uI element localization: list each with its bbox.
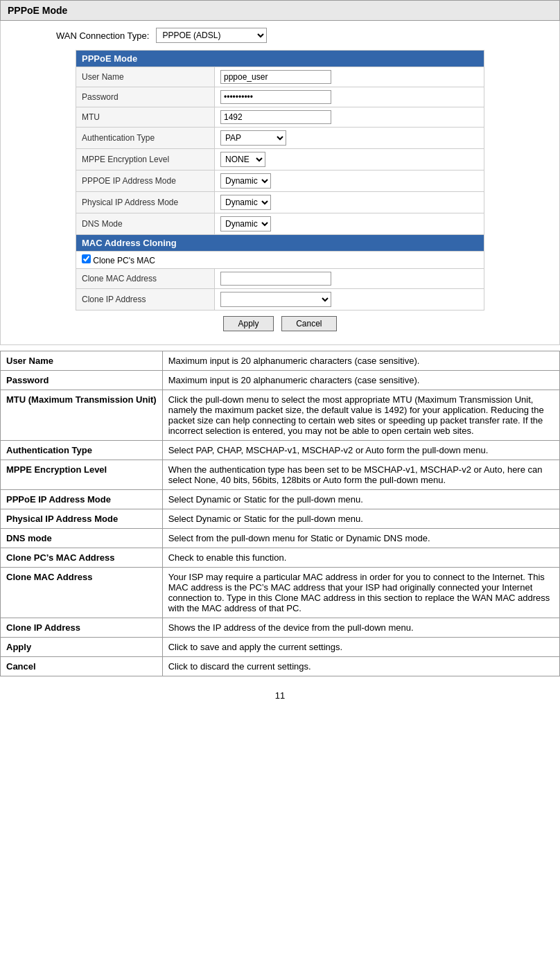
info-desc: Select Dynamic or Static for the pull-do… — [162, 490, 559, 509]
info-term: MPPE Encryption Level — [1, 460, 163, 490]
clone-ip-select[interactable] — [220, 292, 331, 307]
wan-connection-row: WAN Connection Type: PPPOE (ADSL) — [15, 28, 545, 43]
info-table: User NameMaximum input is 20 alphanumeri… — [0, 351, 560, 676]
info-term: Apply — [1, 638, 163, 657]
info-term: Password — [1, 371, 163, 390]
button-row: Apply Cancel — [15, 311, 545, 334]
mppe-select[interactable]: NONE 40 bits 56bits 128bits Auto — [220, 152, 265, 167]
info-desc: Select from the pull-down menu for Stati… — [162, 529, 559, 548]
mac-cloning-header: MAC Address Cloning — [76, 235, 484, 252]
info-desc: When the authentication type has been se… — [162, 460, 559, 490]
info-desc: Your ISP may require a particular MAC ad… — [162, 568, 559, 618]
info-term: Authentication Type — [1, 441, 163, 460]
cancel-button[interactable]: Cancel — [281, 316, 336, 331]
dns-mode-label: DNS Mode — [76, 213, 215, 235]
form-area: WAN Connection Type: PPPOE (ADSL) PPPoE … — [0, 21, 560, 345]
physical-ip-mode-value-cell: Dynamic Static — [215, 192, 484, 213]
info-term: DNS mode — [1, 529, 163, 548]
info-desc: Select Dynamic or Static for the pull-do… — [162, 509, 559, 529]
username-label: User Name — [76, 67, 215, 87]
info-desc: Maximum input is 20 alphanumeric charact… — [162, 351, 559, 371]
physical-ip-mode-label: Physical IP Address Mode — [76, 192, 215, 213]
info-desc: Maximum input is 20 alphanumeric charact… — [162, 371, 559, 390]
section-title-text: PPPoE Mode — [8, 5, 67, 16]
info-desc: Check to enable this function. — [162, 548, 559, 568]
mtu-value-cell — [215, 107, 484, 128]
clone-mac-value-cell — [215, 269, 484, 289]
mtu-label: MTU — [76, 107, 215, 128]
info-term: User Name — [1, 351, 163, 371]
auth-type-label: Authentication Type — [76, 128, 215, 149]
mppe-label: MPPE Encryption Level — [76, 149, 215, 170]
dns-mode-value-cell: Dynamic Static — [215, 213, 484, 235]
pppoe-ip-mode-value-cell: Dynamic Static — [215, 170, 484, 192]
password-value-cell — [215, 87, 484, 107]
pppoe-ip-mode-select[interactable]: Dynamic Static — [220, 173, 271, 189]
password-label: Password — [76, 87, 215, 107]
clone-pcs-mac-checkbox[interactable] — [82, 254, 91, 263]
clone-pcs-mac-cell: Clone PC's MAC — [76, 252, 484, 269]
info-term: Clone PC’s MAC Address — [1, 548, 163, 568]
clone-ip-value-cell — [215, 289, 484, 311]
wan-connection-select[interactable]: PPPOE (ADSL) — [156, 28, 267, 43]
clone-mac-label: Clone MAC Address — [76, 269, 215, 289]
password-input[interactable] — [220, 90, 331, 104]
pppoe-ip-mode-label: PPPOE IP Address Mode — [76, 170, 215, 192]
info-desc: Shows the IP address of the device from … — [162, 618, 559, 638]
info-term: Clone MAC Address — [1, 568, 163, 618]
dns-mode-select[interactable]: Dynamic Static — [220, 216, 271, 231]
mtu-input[interactable] — [220, 110, 331, 124]
info-desc: Click to discard the current settings. — [162, 657, 559, 676]
info-desc: Click the pull-down menu to select the m… — [162, 390, 559, 441]
pppoe-mode-header: PPPoE Mode — [76, 51, 484, 67]
inner-form-table: PPPoE Mode User Name Password MTU — [76, 50, 484, 311]
page-wrapper: PPPoE Mode WAN Connection Type: PPPOE (A… — [0, 0, 560, 708]
info-term: PPPoE IP Address Mode — [1, 490, 163, 509]
info-term: Physical IP Address Mode — [1, 509, 163, 529]
auth-type-value-cell: PAP CHAP MSCHAP-v1 MSCHAP-v2 Auto — [215, 128, 484, 149]
clone-mac-input[interactable] — [220, 272, 331, 286]
info-desc: Select PAP, CHAP, MSCHAP-v1, MSCHAP-v2 o… — [162, 441, 559, 460]
apply-button[interactable]: Apply — [223, 316, 273, 331]
info-term: Clone IP Address — [1, 618, 163, 638]
info-term: MTU (Maximum Transmission Unit) — [1, 390, 163, 441]
section-title: PPPoE Mode — [0, 0, 560, 21]
info-term: Cancel — [1, 657, 163, 676]
username-input[interactable] — [220, 70, 331, 84]
wan-connection-label: WAN Connection Type: — [56, 30, 149, 41]
page-number: 11 — [0, 690, 560, 708]
physical-ip-mode-select[interactable]: Dynamic Static — [220, 195, 271, 210]
auth-type-select[interactable]: PAP CHAP MSCHAP-v1 MSCHAP-v2 Auto — [220, 130, 286, 146]
clone-ip-label: Clone IP Address — [76, 289, 215, 311]
mppe-value-cell: NONE 40 bits 56bits 128bits Auto — [215, 149, 484, 170]
info-desc: Click to save and apply the current sett… — [162, 638, 559, 657]
username-value-cell — [215, 67, 484, 87]
clone-pcs-mac-label: Clone PC's MAC — [93, 256, 155, 265]
